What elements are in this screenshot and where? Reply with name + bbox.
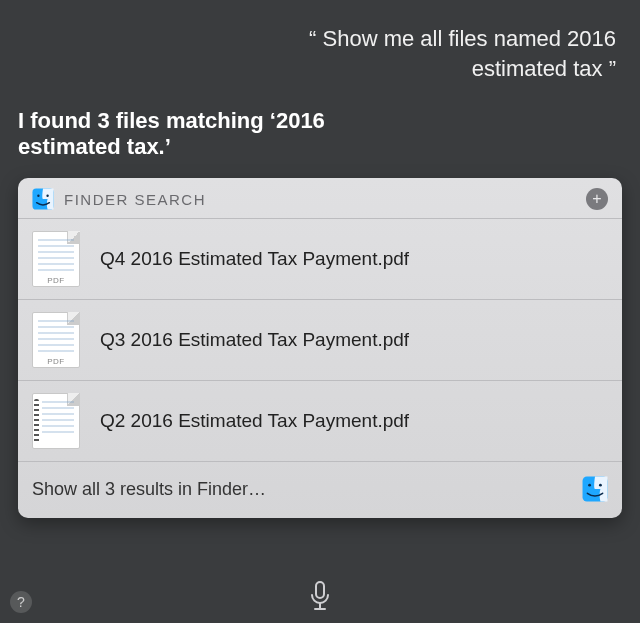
file-name: Q3 2016 Estimated Tax Payment.pdf xyxy=(100,329,409,351)
svg-rect-6 xyxy=(316,582,324,598)
result-row[interactable]: PDF Q3 2016 Estimated Tax Payment.pdf xyxy=(18,299,622,380)
footer-text: Show all 3 results in Finder… xyxy=(32,479,582,500)
result-list: PDF Q4 2016 Estimated Tax Payment.pdf PD… xyxy=(18,218,622,461)
finder-icon xyxy=(32,188,54,210)
card-title: FINDER SEARCH xyxy=(64,191,586,208)
svg-point-5 xyxy=(599,484,602,487)
document-icon xyxy=(32,393,80,449)
result-row[interactable]: Q2 2016 Estimated Tax Payment.pdf xyxy=(18,380,622,461)
show-all-in-finder[interactable]: Show all 3 results in Finder… xyxy=(18,461,622,518)
svg-point-1 xyxy=(37,195,39,197)
microphone-button[interactable] xyxy=(300,577,340,617)
finder-icon xyxy=(582,476,608,502)
file-name: Q4 2016 Estimated Tax Payment.pdf xyxy=(100,248,409,270)
plus-icon: + xyxy=(592,191,601,207)
user-utterance: “ Show me all files named 2016 estimated… xyxy=(260,24,616,83)
result-row[interactable]: PDF Q4 2016 Estimated Tax Payment.pdf xyxy=(18,218,622,299)
svg-point-4 xyxy=(588,484,591,487)
document-icon: PDF xyxy=(32,231,80,287)
svg-point-2 xyxy=(46,195,48,197)
file-name: Q2 2016 Estimated Tax Payment.pdf xyxy=(100,410,409,432)
microphone-icon xyxy=(308,581,332,613)
add-to-results-button[interactable]: + xyxy=(586,188,608,210)
file-badge: PDF xyxy=(35,357,77,366)
document-icon: PDF xyxy=(32,312,80,368)
finder-search-card: FINDER SEARCH + PDF Q4 2016 Estimated Ta… xyxy=(18,178,622,518)
siri-response-text: I found 3 files matching ‘2016 estimated… xyxy=(18,108,380,161)
help-button[interactable]: ? xyxy=(10,591,32,613)
card-header: FINDER SEARCH + xyxy=(18,178,622,218)
help-icon: ? xyxy=(17,594,25,610)
file-badge: PDF xyxy=(35,276,77,285)
